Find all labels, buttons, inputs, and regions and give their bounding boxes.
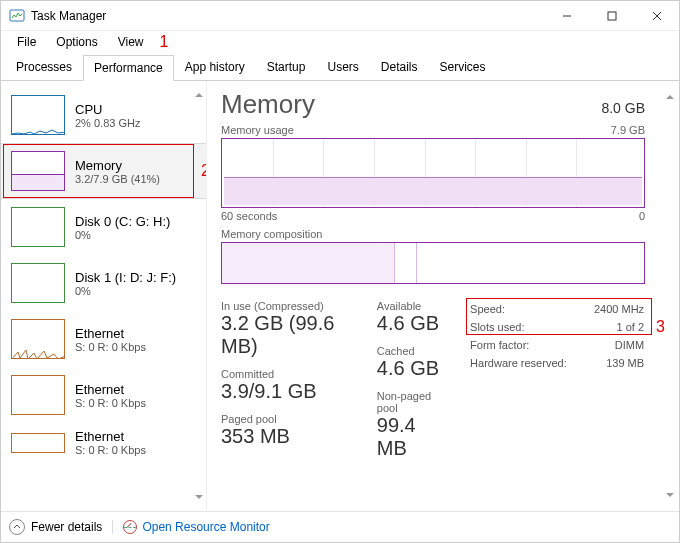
stat-cached: Cached 4.6 GB <box>377 345 446 380</box>
menu-view[interactable]: View <box>108 33 154 51</box>
disk-sparkline-icon <box>11 207 65 247</box>
tabstrip: Processes Performance App history Startu… <box>1 53 679 81</box>
ethernet-sparkline-icon <box>11 319 65 359</box>
menu-file[interactable]: File <box>7 33 46 51</box>
stat-paged-pool: Paged pool 353 MB <box>221 413 359 448</box>
graph-label-max: 7.9 GB <box>611 124 645 136</box>
sidebar-item-label: Ethernet <box>75 429 146 444</box>
menu-options[interactable]: Options <box>46 33 107 51</box>
sidebar-item-sub: S: 0 R: 0 Kbps <box>75 341 146 353</box>
tab-users[interactable]: Users <box>316 54 369 80</box>
tab-processes[interactable]: Processes <box>5 54 83 80</box>
footer: Fewer details Open Resource Monitor <box>1 511 679 541</box>
tab-startup[interactable]: Startup <box>256 54 317 80</box>
app-icon <box>9 8 25 24</box>
minimize-button[interactable] <box>544 1 589 31</box>
ethernet-sparkline-icon <box>11 433 65 453</box>
close-button[interactable] <box>634 1 679 31</box>
sidebar-item-label: Disk 1 (I: D: J: F:) <box>75 270 176 285</box>
perf-sidebar: CPU 2% 0.83 GHz Memory 3.2/7.9 GB (41%) … <box>1 81 207 511</box>
stat-nonpaged-pool: Non-paged pool 99.4 MB <box>377 390 446 460</box>
sidebar-item-label: Disk 0 (C: G: H:) <box>75 214 170 229</box>
graph-axis-left: 60 seconds <box>221 210 277 222</box>
window-title: Task Manager <box>31 9 544 23</box>
maximize-button[interactable] <box>589 1 634 31</box>
svg-rect-2 <box>608 12 616 20</box>
sidebar-item-label: Memory <box>75 158 160 173</box>
cpu-sparkline-icon <box>11 95 65 135</box>
sidebar-item-disk0[interactable]: Disk 0 (C: G: H:) 0% <box>1 199 206 255</box>
stat-committed: Committed 3.9/9.1 GB <box>221 368 359 403</box>
tab-performance[interactable]: Performance <box>83 55 174 81</box>
sidebar-item-sub: 0% <box>75 285 176 297</box>
ethernet-sparkline-icon <box>11 375 65 415</box>
sidebar-item-sub: S: 0 R: 0 Kbps <box>75 397 146 409</box>
tab-app-history[interactable]: App history <box>174 54 256 80</box>
sidebar-item-sub: 3.2/7.9 GB (41%) <box>75 173 160 185</box>
sidebar-item-cpu[interactable]: CPU 2% 0.83 GHz <box>1 87 206 143</box>
memory-total: 8.0 GB <box>601 100 645 116</box>
annotation-3: 3 <box>656 318 665 336</box>
sidebar-item-ethernet[interactable]: Ethernet S: 0 R: 0 Kbps <box>1 423 206 462</box>
fewer-details-button[interactable]: Fewer details <box>9 519 102 535</box>
tab-details[interactable]: Details <box>370 54 429 80</box>
sidebar-item-ethernet[interactable]: Ethernet S: 0 R: 0 Kbps <box>1 311 206 367</box>
sidebar-item-sub: 0% <box>75 229 170 241</box>
graph-axis-right: 0 <box>639 210 645 222</box>
memory-panel: Memory 8.0 GB Memory usage 7.9 GB 60 sec… <box>207 81 679 511</box>
open-resource-monitor-label: Open Resource Monitor <box>142 520 269 534</box>
chevron-up-icon <box>9 519 25 535</box>
graph-label-composition: Memory composition <box>221 228 322 240</box>
sidebar-item-label: Ethernet <box>75 326 146 341</box>
sidebar-item-label: CPU <box>75 102 140 117</box>
annotation-1: 1 <box>160 33 169 51</box>
sidebar-item-sub: 2% 0.83 GHz <box>75 117 140 129</box>
sidebar-item-label: Ethernet <box>75 382 146 397</box>
stat-in-use: In use (Compressed) 3.2 GB (99.6 MB) <box>221 300 359 358</box>
resource-monitor-icon <box>123 520 137 534</box>
panel-heading: Memory <box>221 89 315 120</box>
memory-usage-graph <box>221 138 645 208</box>
open-resource-monitor-link[interactable]: Open Resource Monitor <box>112 520 269 534</box>
memory-side-stats: Speed:2400 MHz Slots used:1 of 2 3 Form … <box>470 300 665 460</box>
fewer-details-label: Fewer details <box>31 520 102 534</box>
memory-composition-graph <box>221 242 645 284</box>
stat-available: Available 4.6 GB <box>377 300 446 335</box>
memory-sparkline-icon <box>11 151 65 191</box>
sidebar-item-memory[interactable]: Memory 3.2/7.9 GB (41%) 2 <box>1 143 206 199</box>
sidebar-item-sub: S: 0 R: 0 Kbps <box>75 444 146 456</box>
titlebar: Task Manager <box>1 1 679 31</box>
tab-services[interactable]: Services <box>429 54 497 80</box>
graph-label-usage: Memory usage <box>221 124 294 136</box>
sidebar-item-disk1[interactable]: Disk 1 (I: D: J: F:) 0% <box>1 255 206 311</box>
menubar: File Options View 1 <box>1 31 679 53</box>
sidebar-item-ethernet[interactable]: Ethernet S: 0 R: 0 Kbps <box>1 367 206 423</box>
disk-sparkline-icon <box>11 263 65 303</box>
